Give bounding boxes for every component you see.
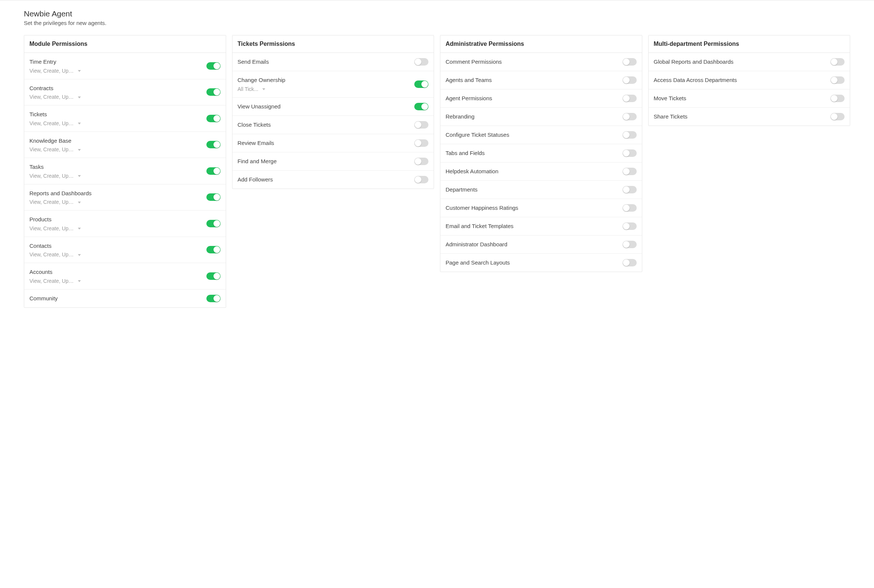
permission-sub-label: View, Create, Upd... [29, 147, 74, 152]
permission-toggle[interactable] [831, 113, 845, 120]
permission-label: Share Tickets [654, 113, 826, 120]
permission-toggle[interactable] [206, 246, 220, 254]
permission-row-left: Agent Permissions [445, 94, 622, 102]
permission-row-left: Agents and Teams [445, 76, 622, 84]
permission-label: Global Reports and Dashboards [654, 58, 826, 66]
permission-toggle[interactable] [622, 186, 637, 194]
chevron-down-icon [78, 123, 81, 124]
permission-toggle[interactable] [622, 131, 637, 139]
toggle-knob [623, 168, 630, 175]
permission-sub-dropdown[interactable]: View, Create, Upd... [29, 68, 202, 74]
permission-toggle[interactable] [414, 81, 429, 88]
permission-toggle[interactable] [622, 76, 637, 84]
permission-sub-dropdown[interactable]: View, Create, Upd... [29, 225, 202, 231]
permission-toggle[interactable] [414, 103, 429, 110]
permission-toggle[interactable] [206, 220, 220, 227]
permission-sub-label: View, Create, Upd... [29, 225, 74, 231]
permission-toggle[interactable] [206, 194, 220, 201]
permission-row-left: Knowledge BaseView, Create, Upd... [29, 137, 206, 153]
permission-label: Page and Search Layouts [445, 259, 618, 266]
permission-toggle[interactable] [831, 94, 845, 102]
permission-toggle[interactable] [206, 272, 220, 280]
permission-toggle[interactable] [622, 222, 637, 230]
toggle-knob [213, 246, 220, 253]
permission-toggle[interactable] [622, 94, 637, 102]
permission-row: Helpdesk Automation [440, 162, 642, 181]
permission-row-left: Find and Merge [238, 158, 415, 165]
column-header: Tickets Permissions [232, 35, 434, 53]
permission-row: Share Tickets [649, 108, 850, 126]
toggle-knob [213, 63, 220, 69]
permission-sub-dropdown[interactable]: View, Create, Upd... [29, 278, 202, 284]
permission-row-left: Community [29, 295, 206, 302]
toggle-knob [213, 295, 220, 302]
permission-label: Find and Merge [238, 158, 410, 165]
column-header: Multi-department Permissions [649, 35, 850, 53]
permission-row-left: Tabs and Fields [445, 149, 622, 157]
permission-sub-dropdown[interactable]: View, Create, Upd... [29, 252, 202, 258]
permission-toggle[interactable] [622, 259, 637, 266]
toggle-knob [623, 260, 630, 266]
permission-sub-dropdown[interactable]: View, Create, Upd... [29, 147, 202, 152]
chevron-down-icon [78, 149, 81, 151]
permission-toggle[interactable] [206, 167, 220, 175]
permission-sub-dropdown[interactable]: View, Create, Upd... [29, 199, 202, 205]
permission-toggle[interactable] [414, 140, 429, 147]
permission-row-left: Page and Search Layouts [445, 259, 622, 266]
toggle-knob [623, 77, 630, 84]
column-header: Module Permissions [24, 35, 226, 53]
permission-row-left: Send Emails [238, 58, 415, 66]
toggle-knob [213, 273, 220, 279]
permission-sub-dropdown[interactable]: All Tick... [238, 86, 410, 92]
permission-label: Accounts [29, 268, 202, 276]
permission-row: Administrator Dashboard [440, 236, 642, 254]
toggle-knob [421, 103, 428, 110]
permission-sub-label: View, Create, Upd... [29, 173, 74, 179]
permission-row: Time EntryView, Create, Upd... [24, 53, 226, 80]
permission-toggle[interactable] [206, 62, 220, 70]
permission-toggle[interactable] [414, 58, 429, 66]
permission-columns: Module PermissionsTime EntryView, Create… [24, 35, 850, 308]
permission-toggle[interactable] [622, 58, 637, 66]
permission-label: Agent Permissions [445, 94, 618, 102]
permission-toggle[interactable] [206, 115, 220, 122]
toggle-knob [415, 122, 421, 128]
permission-toggle[interactable] [206, 295, 220, 302]
permission-label: Contacts [29, 242, 202, 250]
permission-toggle[interactable] [622, 149, 637, 157]
permission-label: Review Emails [238, 140, 410, 147]
permission-toggle[interactable] [622, 204, 637, 212]
permission-toggle[interactable] [622, 241, 637, 248]
permission-toggle[interactable] [414, 158, 429, 165]
permission-row: Access Data Across Departments [649, 71, 850, 89]
toggle-knob [831, 113, 838, 120]
permission-row: Global Reports and Dashboards [649, 53, 850, 71]
permission-toggle[interactable] [206, 88, 220, 96]
permission-label: Administrator Dashboard [445, 241, 618, 248]
permission-label: Time Entry [29, 58, 202, 66]
toggle-knob [623, 241, 630, 248]
permission-label: Email and Ticket Templates [445, 222, 618, 230]
permission-toggle[interactable] [414, 176, 429, 183]
permission-toggle[interactable] [622, 168, 637, 175]
permission-column: Multi-department PermissionsGlobal Repor… [648, 35, 850, 126]
permission-sub-dropdown[interactable]: View, Create, Upd... [29, 94, 202, 100]
permission-toggle[interactable] [414, 121, 429, 129]
permission-row-left: Reports and DashboardsView, Create, Upd.… [29, 190, 206, 206]
permission-toggle[interactable] [831, 76, 845, 84]
permission-toggle[interactable] [622, 113, 637, 120]
toggle-knob [623, 95, 630, 102]
permission-sub-dropdown[interactable]: View, Create, Upd... [29, 173, 202, 179]
toggle-knob [831, 95, 838, 102]
permission-sub-dropdown[interactable]: View, Create, Upd... [29, 120, 202, 126]
permission-row-left: Global Reports and Dashboards [654, 58, 831, 66]
permission-toggle[interactable] [206, 141, 220, 148]
permission-row-left: Time EntryView, Create, Upd... [29, 58, 206, 74]
permission-row-left: Add Followers [238, 176, 415, 183]
toggle-knob [213, 194, 220, 201]
permission-toggle[interactable] [831, 58, 845, 66]
permission-row: Reports and DashboardsView, Create, Upd.… [24, 184, 226, 211]
permission-label: Rebranding [445, 113, 618, 120]
permission-label: Community [29, 295, 202, 302]
toggle-knob [623, 150, 630, 156]
